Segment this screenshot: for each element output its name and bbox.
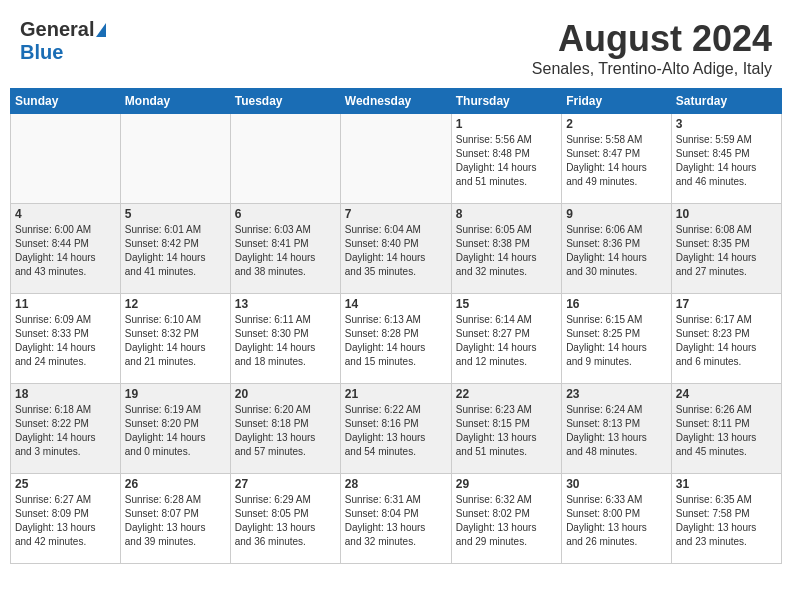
day-number: 7 (345, 207, 447, 221)
day-info: Sunrise: 6:13 AM Sunset: 8:28 PM Dayligh… (345, 313, 447, 369)
day-number: 2 (566, 117, 667, 131)
day-number: 16 (566, 297, 667, 311)
day-info: Sunrise: 6:08 AM Sunset: 8:35 PM Dayligh… (676, 223, 777, 279)
day-number: 15 (456, 297, 557, 311)
day-number: 6 (235, 207, 336, 221)
table-row: 20Sunrise: 6:20 AM Sunset: 8:18 PM Dayli… (230, 384, 340, 474)
day-info: Sunrise: 6:33 AM Sunset: 8:00 PM Dayligh… (566, 493, 667, 549)
table-row: 8Sunrise: 6:05 AM Sunset: 8:38 PM Daylig… (451, 204, 561, 294)
day-info: Sunrise: 5:59 AM Sunset: 8:45 PM Dayligh… (676, 133, 777, 189)
table-row: 10Sunrise: 6:08 AM Sunset: 8:35 PM Dayli… (671, 204, 781, 294)
day-info: Sunrise: 6:19 AM Sunset: 8:20 PM Dayligh… (125, 403, 226, 459)
day-number: 19 (125, 387, 226, 401)
table-row: 27Sunrise: 6:29 AM Sunset: 8:05 PM Dayli… (230, 474, 340, 564)
table-row: 25Sunrise: 6:27 AM Sunset: 8:09 PM Dayli… (11, 474, 121, 564)
table-row: 7Sunrise: 6:04 AM Sunset: 8:40 PM Daylig… (340, 204, 451, 294)
table-row: 12Sunrise: 6:10 AM Sunset: 8:32 PM Dayli… (120, 294, 230, 384)
table-row (230, 114, 340, 204)
day-info: Sunrise: 6:31 AM Sunset: 8:04 PM Dayligh… (345, 493, 447, 549)
day-number: 27 (235, 477, 336, 491)
day-number: 13 (235, 297, 336, 311)
day-number: 28 (345, 477, 447, 491)
header-friday: Friday (562, 89, 672, 114)
table-row: 5Sunrise: 6:01 AM Sunset: 8:42 PM Daylig… (120, 204, 230, 294)
day-number: 10 (676, 207, 777, 221)
table-row: 1Sunrise: 5:56 AM Sunset: 8:48 PM Daylig… (451, 114, 561, 204)
table-row: 30Sunrise: 6:33 AM Sunset: 8:00 PM Dayli… (562, 474, 672, 564)
calendar-week-row: 11Sunrise: 6:09 AM Sunset: 8:33 PM Dayli… (11, 294, 782, 384)
table-row: 4Sunrise: 6:00 AM Sunset: 8:44 PM Daylig… (11, 204, 121, 294)
calendar-week-row: 1Sunrise: 5:56 AM Sunset: 8:48 PM Daylig… (11, 114, 782, 204)
table-row: 18Sunrise: 6:18 AM Sunset: 8:22 PM Dayli… (11, 384, 121, 474)
table-row: 6Sunrise: 6:03 AM Sunset: 8:41 PM Daylig… (230, 204, 340, 294)
day-info: Sunrise: 6:23 AM Sunset: 8:15 PM Dayligh… (456, 403, 557, 459)
day-number: 1 (456, 117, 557, 131)
table-row: 31Sunrise: 6:35 AM Sunset: 7:58 PM Dayli… (671, 474, 781, 564)
calendar-title: August 2024 (532, 18, 772, 60)
table-row: 21Sunrise: 6:22 AM Sunset: 8:16 PM Dayli… (340, 384, 451, 474)
table-row: 22Sunrise: 6:23 AM Sunset: 8:15 PM Dayli… (451, 384, 561, 474)
day-number: 21 (345, 387, 447, 401)
header-thursday: Thursday (451, 89, 561, 114)
day-info: Sunrise: 6:04 AM Sunset: 8:40 PM Dayligh… (345, 223, 447, 279)
logo-general-text: General (20, 18, 94, 41)
table-row: 13Sunrise: 6:11 AM Sunset: 8:30 PM Dayli… (230, 294, 340, 384)
table-row: 29Sunrise: 6:32 AM Sunset: 8:02 PM Dayli… (451, 474, 561, 564)
day-info: Sunrise: 6:01 AM Sunset: 8:42 PM Dayligh… (125, 223, 226, 279)
day-number: 25 (15, 477, 116, 491)
table-row (120, 114, 230, 204)
day-info: Sunrise: 6:22 AM Sunset: 8:16 PM Dayligh… (345, 403, 447, 459)
day-info: Sunrise: 6:05 AM Sunset: 8:38 PM Dayligh… (456, 223, 557, 279)
day-number: 30 (566, 477, 667, 491)
day-info: Sunrise: 6:35 AM Sunset: 7:58 PM Dayligh… (676, 493, 777, 549)
header-sunday: Sunday (11, 89, 121, 114)
day-number: 18 (15, 387, 116, 401)
day-number: 24 (676, 387, 777, 401)
day-number: 14 (345, 297, 447, 311)
table-row: 14Sunrise: 6:13 AM Sunset: 8:28 PM Dayli… (340, 294, 451, 384)
day-info: Sunrise: 6:20 AM Sunset: 8:18 PM Dayligh… (235, 403, 336, 459)
day-info: Sunrise: 6:24 AM Sunset: 8:13 PM Dayligh… (566, 403, 667, 459)
day-info: Sunrise: 6:15 AM Sunset: 8:25 PM Dayligh… (566, 313, 667, 369)
table-row: 26Sunrise: 6:28 AM Sunset: 8:07 PM Dayli… (120, 474, 230, 564)
table-row: 28Sunrise: 6:31 AM Sunset: 8:04 PM Dayli… (340, 474, 451, 564)
day-info: Sunrise: 6:27 AM Sunset: 8:09 PM Dayligh… (15, 493, 116, 549)
table-row: 15Sunrise: 6:14 AM Sunset: 8:27 PM Dayli… (451, 294, 561, 384)
day-info: Sunrise: 6:28 AM Sunset: 8:07 PM Dayligh… (125, 493, 226, 549)
table-row: 2Sunrise: 5:58 AM Sunset: 8:47 PM Daylig… (562, 114, 672, 204)
day-number: 22 (456, 387, 557, 401)
day-info: Sunrise: 6:09 AM Sunset: 8:33 PM Dayligh… (15, 313, 116, 369)
day-number: 23 (566, 387, 667, 401)
day-info: Sunrise: 6:06 AM Sunset: 8:36 PM Dayligh… (566, 223, 667, 279)
page-header: General Blue August 2024 Senales, Trenti… (10, 10, 782, 82)
table-row: 19Sunrise: 6:19 AM Sunset: 8:20 PM Dayli… (120, 384, 230, 474)
day-number: 3 (676, 117, 777, 131)
day-number: 31 (676, 477, 777, 491)
table-row (11, 114, 121, 204)
day-number: 8 (456, 207, 557, 221)
day-info: Sunrise: 6:29 AM Sunset: 8:05 PM Dayligh… (235, 493, 336, 549)
day-number: 5 (125, 207, 226, 221)
day-number: 17 (676, 297, 777, 311)
calendar-week-row: 25Sunrise: 6:27 AM Sunset: 8:09 PM Dayli… (11, 474, 782, 564)
day-info: Sunrise: 6:00 AM Sunset: 8:44 PM Dayligh… (15, 223, 116, 279)
logo-triangle-icon (96, 23, 106, 37)
table-row: 11Sunrise: 6:09 AM Sunset: 8:33 PM Dayli… (11, 294, 121, 384)
day-number: 11 (15, 297, 116, 311)
table-row (340, 114, 451, 204)
table-row: 17Sunrise: 6:17 AM Sunset: 8:23 PM Dayli… (671, 294, 781, 384)
day-info: Sunrise: 5:56 AM Sunset: 8:48 PM Dayligh… (456, 133, 557, 189)
day-number: 4 (15, 207, 116, 221)
calendar-week-row: 4Sunrise: 6:00 AM Sunset: 8:44 PM Daylig… (11, 204, 782, 294)
header-saturday: Saturday (671, 89, 781, 114)
day-number: 26 (125, 477, 226, 491)
calendar-week-row: 18Sunrise: 6:18 AM Sunset: 8:22 PM Dayli… (11, 384, 782, 474)
day-info: Sunrise: 6:03 AM Sunset: 8:41 PM Dayligh… (235, 223, 336, 279)
day-info: Sunrise: 6:10 AM Sunset: 8:32 PM Dayligh… (125, 313, 226, 369)
day-info: Sunrise: 6:32 AM Sunset: 8:02 PM Dayligh… (456, 493, 557, 549)
title-block: August 2024 Senales, Trentino-Alto Adige… (532, 18, 772, 78)
day-number: 12 (125, 297, 226, 311)
logo-blue-text: Blue (20, 41, 63, 63)
day-number: 29 (456, 477, 557, 491)
header-wednesday: Wednesday (340, 89, 451, 114)
